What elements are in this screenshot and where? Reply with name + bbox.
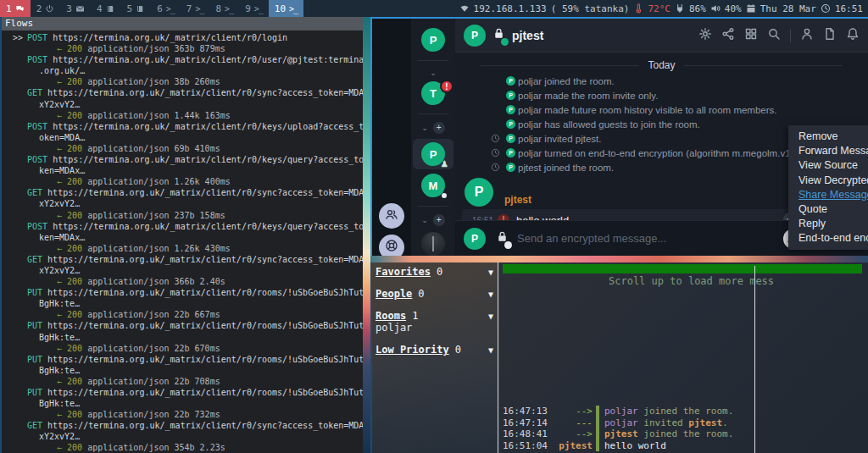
context-menu-item[interactable]: View Decrypted S [788,174,868,188]
community-button[interactable] [379,203,404,229]
flow-entry[interactable]: >>POST https://termina.org.uk/_matrix/cl… [2,32,363,54]
flow-entry[interactable]: GET https://termina.org.uk/_matrix/clien… [2,187,363,220]
chat-prefix: --- [552,417,593,428]
chat-prefix: --> [552,428,593,439]
unverified-warning-icon: ! [498,214,509,220]
workspace-7[interactable]: 7>_ [181,0,210,17]
cpu-temperature: 72°C [648,3,670,14]
context-menu-item[interactable]: Forward Message [788,144,868,158]
context-menu-item[interactable]: Reply [788,217,868,231]
sidebar-section-low-priority[interactable]: Low Priority0▼ [372,344,498,356]
room-list-sidebar: Favorites0▼People0▼Rooms1▼poljarLow Prio… [372,262,498,453]
share-icon[interactable] [721,27,735,44]
flow-entry[interactable]: POST https://termina.org.uk/_matrix/clie… [2,221,363,254]
time-text: 16:51 [835,3,863,14]
collapse-triangle-icon[interactable]: ▼ [488,267,493,279]
workspace-number: 4 [97,3,103,14]
workspace-10[interactable]: 10>_ [269,0,303,17]
room-avatar-column: P⌄T!⌄+P♟M⌄+› [411,19,455,256]
members-icon[interactable] [800,27,814,44]
widgets-grid-icon[interactable] [744,27,758,44]
wifi-detail: ( 59% tatanka) [551,3,630,14]
workspace-8[interactable]: 8>_ [209,0,239,17]
search-icon[interactable] [767,27,781,44]
event-avatar-dot: P [506,119,515,129]
context-menu-item[interactable]: Share Message [788,188,868,202]
sidebar-section-people[interactable]: People0▼ [372,288,498,300]
add-room-button[interactable]: + [433,214,445,226]
room-avatar-item[interactable]: P [421,28,445,52]
room-avatar-item[interactable]: M [421,174,445,197]
chat-line: 16:48:41-->pjtest joined the room. [499,428,868,439]
pending-clock-icon [491,134,500,145]
room-avatar-image[interactable] [421,232,445,256]
add-room-button[interactable]: + [433,122,445,134]
composer-input[interactable]: Send an encrypted message... [517,232,783,245]
date-divider: Today [455,59,868,71]
chevron-down-icon[interactable]: ⌄ [421,216,428,224]
flow-entry[interactable]: PUT https://termina.org.uk/_matrix/clien… [2,354,363,387]
context-menu-item[interactable]: Remove [788,130,868,144]
flow-entry[interactable]: PUT https://termina.org.uk/_matrix/clien… [2,320,363,353]
collapse-triangle-icon[interactable]: ▼ [488,289,493,301]
notifications-icon[interactable] [846,27,860,44]
workspace-1[interactable]: 1 [0,0,31,17]
wifi-icon [459,3,470,14]
event-avatar-dot: P [506,76,515,86]
section-label: People [376,288,412,300]
term-icon: >_ [254,4,263,14]
encryption-lock-icon [492,27,505,43]
room-list-item[interactable]: poljar [372,322,498,334]
flow-entry[interactable]: POST https://termina.org.uk/_matrix/clie… [2,121,363,154]
presence-dot [442,193,447,198]
collapse-triangle-icon[interactable]: ▼ [488,311,493,323]
pending-clock-icon [491,148,500,159]
files-icon[interactable] [823,27,837,44]
clock-icon [821,3,831,14]
message-text: hello world [516,214,569,221]
flow-entry[interactable]: PUT https://termina.org.uk/_matrix/clien… [2,387,363,420]
state-event: Ppoljar made future room history visible… [455,105,868,115]
power-plug-icon [675,3,685,14]
flow-entry[interactable]: PUT https://termina.org.uk/_matrix/clien… [2,287,363,320]
ip-address: 192.168.1.133 [474,3,547,14]
scrollup-notice[interactable]: Scroll up to load more mess [609,275,774,287]
workspace-9[interactable]: 9>_ [239,0,269,17]
event-text: poljar made the room invite only. [518,91,658,101]
prefix-separator-bar [596,417,599,428]
room-avatar-item[interactable]: T! [421,81,445,105]
chevron-down-icon[interactable]: ⌄ [421,124,428,132]
pending-clock-icon [491,163,500,174]
chat-message: hello world [604,440,666,451]
sidebar-section-rooms[interactable]: Rooms1▼ [372,310,498,322]
help-button[interactable] [379,235,404,256]
flow-list[interactable]: >>POST https://termina.org.uk/_matrix/cl… [2,30,363,453]
flow-entry[interactable]: GET https://termina.org.uk/_matrix/clien… [2,87,363,120]
event-text: poljar has allowed guests to join the ro… [518,119,700,130]
chevron-down-icon[interactable]: ⌄ [430,69,437,77]
settings-icon[interactable] [698,27,712,44]
room-avatar-selected[interactable]: P♟ [413,139,453,169]
sender-avatar[interactable]: P [465,178,493,207]
sidebar-section-favorites[interactable]: Favorites0▼ [372,266,498,278]
composer-lock-icon [496,230,509,246]
workspace-4[interactable]: 4 [91,0,121,17]
workspace-3[interactable]: 3 [60,0,91,17]
section-count: 1 [412,310,418,322]
workspace-6[interactable]: 6>_ [151,0,181,17]
chat-prefix: --> [552,406,593,417]
event-avatar-dot: P [506,163,515,172]
flow-entry[interactable]: POST https://termina.org.uk/_matrix/clie… [2,54,363,87]
workspace-2[interactable]: 2 [31,0,61,17]
workspace-5[interactable]: 5 [121,0,152,17]
room-avatar[interactable]: P [464,25,486,47]
term-icon: >_ [195,4,203,14]
book-icon [106,4,115,14]
flow-entry[interactable]: POST https://termina.org.uk/_matrix/clie… [2,154,363,187]
context-menu-item[interactable]: Quote [788,202,868,217]
flow-entry[interactable]: GET https://termina.org.uk/_matrix/clien… [2,254,363,287]
context-menu-item[interactable]: View Source [788,158,868,173]
context-menu-item[interactable]: End-to-end encry [788,231,868,246]
collapse-triangle-icon[interactable]: ▼ [488,345,493,356]
flow-entry[interactable]: GET https://termina.org.uk/_matrix/clien… [2,420,363,453]
